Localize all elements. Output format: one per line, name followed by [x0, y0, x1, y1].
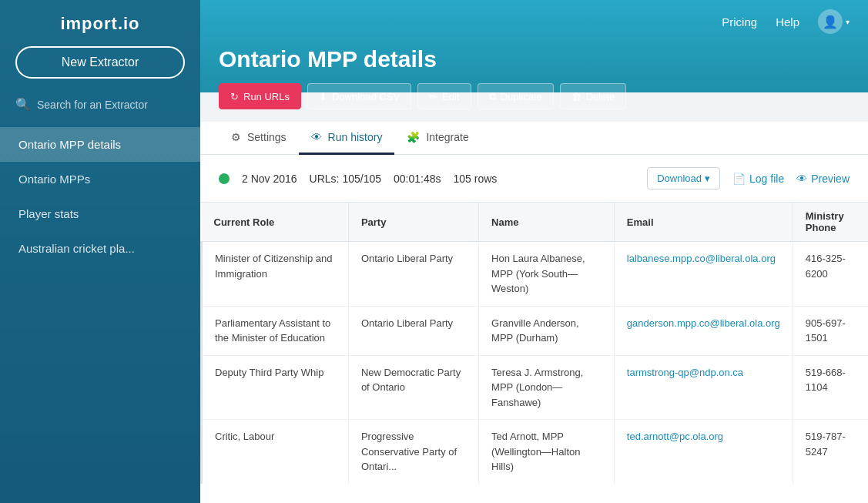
- run-urls-label: Run URLs: [243, 91, 290, 102]
- duplicate-label: Duplicate: [501, 91, 542, 102]
- table-cell: Ontario Liberal Party: [348, 242, 478, 307]
- top-bar: Pricing Help 👤 ▾: [200, 0, 868, 43]
- pricing-link[interactable]: Pricing: [722, 15, 757, 29]
- table-cell: Teresa J. Armstrong, MPP (London—Fanshaw…: [479, 355, 615, 420]
- run-duration: 00:01:48s: [394, 173, 441, 185]
- logo: import.io: [0, 0, 200, 46]
- table-cell: Critic, Labour: [202, 420, 349, 484]
- data-area: 2 Nov 2016 URLs: 105/105 00:01:48s 105 r…: [200, 155, 868, 503]
- search-icon: 🔍: [15, 97, 31, 112]
- preview-link[interactable]: 👁 Preview: [796, 173, 850, 185]
- run-status-indicator: [219, 173, 230, 184]
- log-file-link[interactable]: 📄 Log file: [732, 173, 784, 185]
- table-cell: Hon Laura Albanese, MPP (York South—West…: [479, 242, 615, 307]
- nav-list: Ontario MPP detailsOntario MPPsPlayer st…: [0, 127, 200, 266]
- run-urls-button[interactable]: ↻ Run URLs: [219, 83, 301, 109]
- tab-icon: 🧩: [407, 131, 420, 143]
- table-cell: Granville Anderson, MPP (Durham): [479, 306, 615, 355]
- table-header-row: Current RolePartyNameEmailMinistry Phone: [202, 203, 869, 242]
- dropdown-caret: ▾: [846, 18, 850, 26]
- table-cell: 519-668-1104: [793, 355, 868, 420]
- tab-integrate[interactable]: 🧩Integrate: [394, 122, 481, 155]
- main-area: Pricing Help 👤 ▾ Ontario MPP details ↻ R…: [200, 0, 868, 503]
- table-cell: Ted Arnott, MPP (Wellington—Halton Hills…: [479, 420, 615, 484]
- table-cell: ted.arnott@pc.ola.org: [614, 420, 793, 484]
- table-cell: Ontario Liberal Party: [348, 306, 478, 355]
- tab-label: Settings: [247, 131, 287, 143]
- table-cell: New Democratic Party of Ontario: [348, 355, 478, 420]
- table-cell: lalbanese.mpp.co@liberal.ola.org: [614, 242, 793, 307]
- sidebar: import.io New Extractor 🔍 Search for an …: [0, 0, 200, 503]
- run-date: 2 Nov 2016: [242, 173, 297, 185]
- table-cell: Minister of Citizenship and Immigration: [202, 242, 349, 307]
- table-column-header: Name: [479, 203, 615, 242]
- sidebar-item[interactable]: Australian cricket pla...: [0, 231, 200, 266]
- table-cell: 416-325-6200: [793, 242, 868, 307]
- table-row: Deputy Third Party WhipNew Democratic Pa…: [202, 355, 869, 420]
- table-header: Current RolePartyNameEmailMinistry Phone: [202, 203, 869, 242]
- table-column-header: Email: [614, 203, 793, 242]
- download-run-label: Download: [657, 173, 702, 184]
- tab-run-history[interactable]: 👁Run history: [299, 122, 395, 155]
- refresh-icon: ↻: [230, 91, 239, 102]
- user-avatar: 👤: [818, 9, 843, 34]
- eye-icon: 👁: [796, 173, 807, 185]
- user-dropdown[interactable]: 👤 ▾: [818, 9, 850, 34]
- page-header: Ontario MPP details ↻ Run URLs ⬇ Downloa…: [200, 43, 868, 109]
- table-cell: Parliamentary Assistant to the Minister …: [202, 306, 349, 355]
- run-actions: Download ▾ 📄 Log file 👁 Preview: [647, 167, 850, 189]
- edit-icon: ✏: [429, 91, 437, 102]
- table-cell: ganderson.mpp.co@liberal.ola.org: [614, 306, 793, 355]
- user-icon: 👤: [823, 15, 838, 29]
- tab-icon: ⚙: [231, 131, 241, 143]
- sidebar-item[interactable]: Player stats: [0, 196, 200, 231]
- tab-label: Run history: [328, 131, 383, 143]
- download-icon: ⬇: [319, 91, 327, 102]
- duplicate-button[interactable]: ⧉ Duplicate: [478, 83, 554, 109]
- table-row: Parliamentary Assistant to the Minister …: [202, 306, 869, 355]
- table-column-header: Ministry Phone: [793, 203, 868, 242]
- download-button[interactable]: Download ▾: [647, 167, 720, 189]
- trash-icon: 🗑: [571, 91, 581, 102]
- table-cell: 519-787-5247: [793, 420, 868, 484]
- action-bar: ↻ Run URLs ⬇ Download CSV ✏ Edit ⧉ Dupli…: [219, 83, 850, 109]
- tabs: ⚙Settings👁Run history🧩Integrate: [200, 122, 868, 155]
- duplicate-icon: ⧉: [489, 90, 496, 102]
- table-row: Critic, LabourProgressive Conservative P…: [202, 420, 869, 484]
- download-csv-button[interactable]: ⬇ Download CSV: [307, 83, 411, 109]
- delete-button[interactable]: 🗑 Delete: [560, 83, 627, 109]
- tab-label: Integrate: [426, 131, 468, 143]
- log-icon: 📄: [732, 173, 746, 185]
- table-cell: tarmstrong-qp@ndp.on.ca: [614, 355, 793, 420]
- sidebar-item[interactable]: Ontario MPPs: [0, 162, 200, 196]
- table-body: Minister of Citizenship and ImmigrationO…: [202, 242, 869, 484]
- run-history-bar: 2 Nov 2016 URLs: 105/105 00:01:48s 105 r…: [200, 155, 868, 203]
- tab-icon: 👁: [311, 131, 322, 143]
- search-label: Search for an Extractor: [37, 99, 148, 111]
- edit-button[interactable]: ✏ Edit: [417, 83, 471, 109]
- tab-settings[interactable]: ⚙Settings: [219, 122, 299, 155]
- preview-label: Preview: [811, 173, 850, 185]
- table-cell: 905-697-1501: [793, 306, 868, 355]
- content: Ontario MPP details ↻ Run URLs ⬇ Downloa…: [200, 43, 868, 503]
- run-info: 2 Nov 2016 URLs: 105/105 00:01:48s 105 r…: [242, 173, 635, 185]
- sidebar-item[interactable]: Ontario MPP details: [0, 127, 200, 162]
- new-extractor-button[interactable]: New Extractor: [15, 46, 185, 79]
- table-column-header: Current Role: [202, 203, 349, 242]
- page-title: Ontario MPP details: [219, 46, 850, 72]
- delete-label: Delete: [586, 91, 615, 102]
- data-table: Current RolePartyNameEmailMinistry Phone…: [200, 203, 868, 484]
- run-rows: 105 rows: [454, 173, 498, 185]
- run-urls-info: URLs: 105/105: [310, 173, 381, 185]
- download-csv-label: Download CSV: [332, 91, 400, 102]
- edit-label: Edit: [442, 91, 459, 102]
- table-cell: Progressive Conservative Party of Ontari…: [348, 420, 478, 484]
- table-column-header: Party: [348, 203, 478, 242]
- search-container[interactable]: 🔍 Search for an Extractor: [0, 91, 200, 124]
- help-link[interactable]: Help: [776, 15, 799, 29]
- table-row: Minister of Citizenship and ImmigrationO…: [202, 242, 869, 307]
- dropdown-arrow: ▾: [705, 173, 710, 184]
- table-cell: Deputy Third Party Whip: [202, 355, 349, 420]
- log-file-label: Log file: [749, 173, 784, 185]
